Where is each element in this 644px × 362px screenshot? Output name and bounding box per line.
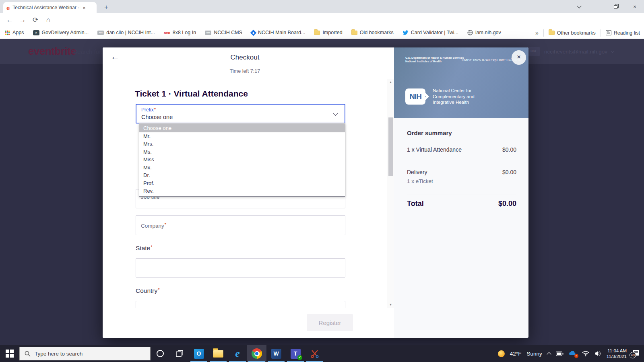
time-left-countdown: Time left 7:17: [103, 68, 387, 74]
dropdown-option-prof[interactable]: Prof.: [139, 179, 345, 187]
action-center-button[interactable]: 40: [632, 350, 641, 358]
nccih-icon: NIH: [97, 31, 104, 35]
search-placeholder: Search for...: [73, 48, 103, 55]
navigation-bar: ← → ⟳ ⌂ eventbrite.com/e/technical-assis…: [0, 13, 644, 27]
modal-footer: Register: [103, 308, 394, 338]
tray-date: 11/3/2021: [607, 354, 627, 359]
reload-icon[interactable]: ⟳: [30, 13, 41, 27]
battery-icon[interactable]: [556, 352, 564, 356]
weather-sun-icon[interactable]: [498, 350, 505, 357]
register-button[interactable]: Register: [307, 314, 353, 331]
taskbar-outlook[interactable]: O: [189, 345, 208, 362]
bookmark-8x8[interactable]: 8x8 8x8 Log In: [164, 30, 196, 35]
taskbar-teams[interactable]: T✓: [286, 345, 305, 362]
folder-icon: [549, 31, 555, 35]
reading-list-button[interactable]: Reading list: [606, 30, 640, 36]
modal-close-button[interactable]: ×: [512, 50, 526, 65]
internet-explorer-icon: e: [235, 348, 240, 360]
scrollbar-thumb[interactable]: [388, 117, 393, 176]
bookmark-dan-cilo[interactable]: NIH dan cilo | NCCIH Int...: [97, 30, 155, 35]
scroll-down-icon[interactable]: ▼: [387, 303, 394, 306]
company-field[interactable]: Company*: [136, 215, 345, 235]
taskbar-file-explorer[interactable]: [208, 345, 228, 362]
folder-icon: [314, 31, 320, 35]
volume-icon[interactable]: [594, 351, 601, 356]
taskbar-internet-explorer[interactable]: e: [228, 345, 247, 362]
prefix-dropdown-list: Choose one Mr. Mrs. Ms. Miss Mx. Dr. Pro…: [139, 123, 345, 197]
clock[interactable]: 11:04 AM 11/3/2021: [607, 348, 627, 359]
line-item-price: $0.00: [502, 146, 516, 153]
modal-header: ← Checkout Time left 7:17: [103, 47, 394, 79]
minimize-button[interactable]: —: [588, 0, 607, 13]
window-controls: — ×: [570, 0, 644, 13]
back-icon[interactable]: ←: [4, 13, 15, 27]
onedrive-icon[interactable]: ×: [569, 350, 577, 357]
state-label: State*: [136, 245, 152, 252]
dropdown-option-dr[interactable]: Dr.: [139, 171, 345, 179]
close-window-button[interactable]: ×: [625, 0, 644, 13]
tab-search-icon[interactable]: [570, 0, 588, 13]
new-tab-button[interactable]: +: [101, 2, 111, 12]
task-view-button[interactable]: [170, 345, 189, 362]
dropdown-option-mr[interactable]: Mr.: [139, 132, 345, 140]
nih-logo: NIH National Center for Complementary an…: [405, 88, 475, 105]
bookmark-govdelivery[interactable]: ✕ GovDelivery Admin...: [33, 30, 89, 35]
dropdown-option-ms[interactable]: Ms.: [139, 148, 345, 156]
globe-icon: [467, 30, 473, 35]
delivery-label: Delivery: [407, 169, 427, 175]
tab-close-icon[interactable]: ×: [83, 5, 86, 11]
hhs-text: U.S. Department of Health & Human Servic…: [405, 56, 464, 63]
modal-scrollbar[interactable]: ▲ ▼: [387, 79, 394, 308]
notification-count-badge: 40: [630, 352, 636, 358]
dropdown-option-mx[interactable]: Mx.: [139, 164, 345, 172]
event-banner-image: U.S. Department of Health & Human Servic…: [394, 47, 528, 118]
home-icon[interactable]: ⌂: [43, 13, 54, 27]
scroll-up-icon[interactable]: ▲: [387, 80, 394, 84]
bookmark-iam-nih[interactable]: iam.nih.gov: [467, 30, 501, 35]
cortana-icon: [156, 350, 164, 358]
tab-title: Technical Assistance Webinar - H: [12, 5, 81, 10]
forward-icon[interactable]: →: [17, 13, 28, 27]
weather-condition[interactable]: Sunny: [526, 351, 542, 357]
other-bookmarks-button[interactable]: Other bookmarks: [549, 30, 596, 36]
file-explorer-icon: [213, 350, 223, 358]
bookmark-card-validator[interactable]: Card Validator | Twi...: [402, 30, 458, 35]
taskbar-snipping-tool[interactable]: [305, 345, 324, 362]
apps-grid-icon: [5, 30, 10, 35]
dropdown-option-miss[interactable]: Miss: [139, 156, 345, 164]
taskbar-search-box[interactable]: Type here to search: [19, 347, 151, 360]
onedrive-error-badge: ×: [574, 354, 578, 358]
teams-icon: T✓: [291, 349, 301, 359]
dropdown-option-rev[interactable]: Rev.: [139, 187, 345, 195]
delivery-price: $0.00: [502, 169, 516, 175]
weather-temp[interactable]: 42°F: [510, 351, 522, 357]
browser-tab[interactable]: e Technical Assistance Webinar - H ×: [3, 2, 97, 13]
tray-chevron-up-icon[interactable]: [547, 352, 551, 356]
cortana-button[interactable]: [151, 345, 170, 362]
bookmark-nccih-cms[interactable]: NIH NCCIH CMS: [205, 30, 242, 35]
bookmark-imported[interactable]: Imported: [314, 30, 342, 35]
prefix-select[interactable]: Prefix* Choose one: [136, 104, 345, 123]
state-field[interactable]: [136, 258, 345, 278]
dropdown-option-choose-one[interactable]: Choose one: [139, 124, 345, 132]
status-check-icon: ✓: [297, 355, 302, 360]
bookmark-nccih-main-board[interactable]: NCCIH Main Board...: [251, 30, 305, 35]
taskbar-word[interactable]: W: [266, 345, 286, 362]
taskbar-chrome-active[interactable]: [247, 345, 266, 362]
folder-icon: [351, 31, 357, 35]
restore-button[interactable]: [607, 0, 625, 13]
8x8-icon: 8x8: [164, 31, 170, 35]
checkout-form-panel: ← Checkout Time left 7:17 Ticket 1 · Vir…: [103, 47, 394, 338]
account-menu-dimmed: NIH nccihevents@mail.nih.gov: [526, 47, 614, 56]
apps-shortcut[interactable]: Apps: [5, 30, 24, 35]
start-button[interactable]: [0, 345, 19, 362]
bookmarks-overflow-icon[interactable]: »: [535, 30, 539, 36]
bookmarks-bar-right: » Other bookmarks Reading list: [535, 27, 640, 39]
nccih-name-text: National Center for Complementary and In…: [433, 88, 475, 105]
govdelivery-icon: ✕: [33, 30, 39, 35]
checkout-modal: ← Checkout Time left 7:17 Ticket 1 · Vir…: [103, 47, 528, 338]
line-item-name: 1 x Virtual Attendance: [407, 146, 462, 153]
bookmark-old-bookmarks[interactable]: Old bookmarks: [351, 30, 394, 35]
wifi-icon[interactable]: [582, 351, 589, 356]
dropdown-option-mrs[interactable]: Mrs.: [139, 140, 345, 148]
